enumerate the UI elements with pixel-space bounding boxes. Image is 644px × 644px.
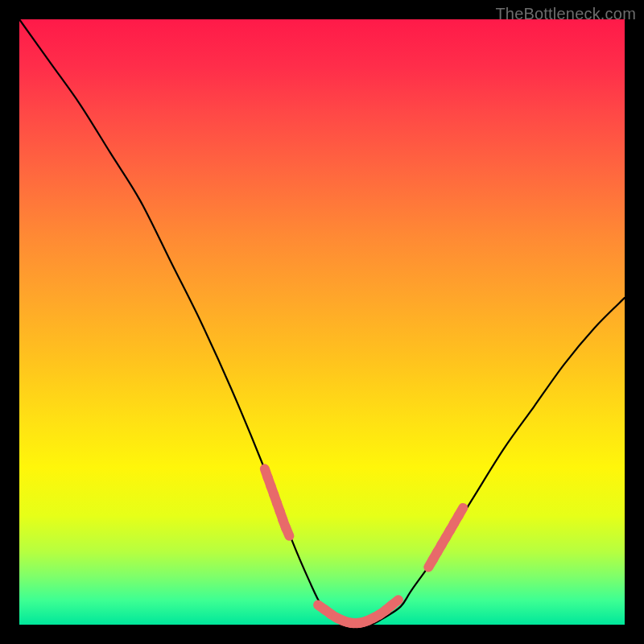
plot-area xyxy=(19,19,625,625)
dot xyxy=(391,600,398,606)
chart-stage: TheBottleneck.com xyxy=(0,0,644,644)
dots-left xyxy=(265,469,290,535)
dots-right xyxy=(428,508,463,568)
curve-layer xyxy=(19,19,625,625)
dot xyxy=(286,527,290,536)
dot xyxy=(458,508,463,516)
attribution-text: TheBottleneck.com xyxy=(495,5,636,23)
bottleneck-curve xyxy=(19,19,625,625)
dots-bottom xyxy=(318,600,398,623)
